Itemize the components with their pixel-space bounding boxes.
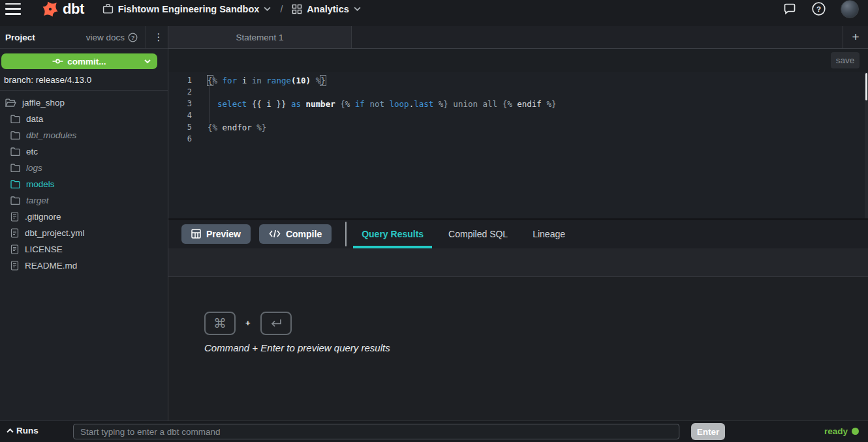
code-line-3: 3 select {{ i }} as number {% if not loo… [168, 98, 868, 110]
dbt-command-input[interactable] [73, 424, 679, 439]
results-tab-compiled-sql[interactable]: Compiled SQL [436, 220, 520, 248]
editor-tab-bar: Statement 1 + [168, 26, 868, 49]
table-icon [191, 229, 201, 239]
view-docs-link[interactable]: view docs ? [86, 33, 138, 42]
folder-open-icon [5, 98, 16, 108]
file-icon [10, 244, 19, 254]
file-tree-item-gitignore[interactable]: .gitignore [0, 209, 168, 225]
file-tree-item-models[interactable]: models [0, 176, 168, 192]
folder-icon [10, 131, 20, 140]
dbt-logo[interactable]: dbt [40, 0, 84, 19]
file-name: LICENSE [25, 244, 63, 254]
commit-button-label: commit... [67, 57, 106, 66]
file-tree-item-license[interactable]: LICENSE [0, 241, 168, 258]
new-tab-button[interactable]: + [843, 26, 868, 48]
sidebar-title: Project [5, 33, 35, 42]
query-results-empty-state: ⌘ + Command + Enter to preview query res… [168, 277, 868, 421]
branch-label: branch: release/4.13.0 [0, 69, 168, 91]
file-name: models [26, 179, 55, 189]
main-panel: Statement 1 + save 1{% for i in range(10… [168, 26, 868, 420]
code-line-4: 4 [168, 110, 868, 121]
file-tree-item-logs[interactable]: logs [0, 160, 168, 176]
code-icon [269, 229, 281, 238]
file-name: jaffle_shop [22, 98, 65, 108]
hamburger-menu-icon[interactable] [5, 3, 21, 15]
code-line-6: 6 [168, 133, 868, 145]
preview-button[interactable]: Preview [181, 224, 251, 244]
save-button[interactable]: save [831, 52, 860, 68]
dbt-logo-mark-icon [40, 0, 60, 19]
code-editor[interactable]: 1{% for i in range(10) %}23 select {{ i … [168, 72, 868, 218]
chevron-down-icon[interactable] [144, 59, 151, 63]
sidebar-header: Project view docs ? ⋮ [0, 26, 168, 49]
status-dot-icon [852, 428, 859, 435]
empty-state-hint: Command + Enter to preview query results [204, 342, 390, 353]
file-tree: jaffle_shop data dbt_modules etc logs mo… [0, 95, 168, 274]
tab-statement-1[interactable]: Statement 1 [168, 26, 352, 48]
results-tab-list: Query ResultsCompiled SQLLineage [349, 220, 578, 248]
file-icon [10, 228, 19, 238]
file-explorer-sidebar: Project view docs ? ⋮ [0, 26, 168, 420]
dbt-logo-text: dbt [63, 1, 84, 18]
commit-button[interactable]: commit... [1, 53, 157, 69]
chevron-up-icon [7, 428, 14, 433]
line-number: 4 [168, 111, 192, 120]
project-switcher[interactable]: Fishtown Engineering Sandbox [102, 3, 271, 14]
file-tree-item-dbt-modules[interactable]: dbt_modules [0, 127, 168, 143]
runs-label: Runs [16, 426, 39, 435]
file-name: .gitignore [25, 212, 61, 222]
command-bar: Runs Enter ready [0, 420, 868, 442]
editor-action-strip: save [168, 49, 868, 72]
file-tree-item-etc[interactable]: etc [0, 143, 168, 160]
code-line-5: 5{% endfor %} [168, 121, 868, 133]
enter-button[interactable]: Enter [691, 423, 725, 440]
chevron-down-icon [354, 7, 361, 11]
account-switcher-label: Analytics [307, 4, 349, 14]
file-tree-item-dbt-project-yml[interactable]: dbt_project.yml [0, 225, 168, 241]
file-tree-item-jaffle-shop[interactable]: jaffle_shop [0, 95, 168, 111]
enter-keycap-icon [260, 312, 292, 335]
help-icon[interactable]: ? [811, 1, 826, 16]
editor-scrollbar-track [865, 72, 868, 218]
line-number: 6 [168, 134, 192, 143]
command-keycap-icon: ⌘ [204, 312, 236, 335]
file-icon [10, 212, 19, 222]
workspace: Project view docs ? ⋮ [0, 26, 868, 420]
file-name: etc [26, 147, 38, 156]
line-number: 3 [168, 99, 192, 108]
git-commit-icon [52, 58, 63, 65]
sidebar-menu-kebab-icon[interactable]: ⋮ [152, 31, 168, 43]
folder-icon [10, 196, 20, 205]
folder-icon [10, 115, 20, 123]
status-text: ready [824, 426, 848, 436]
line-number: 1 [168, 76, 192, 85]
compile-button[interactable]: Compile [259, 224, 332, 244]
code-line-2: 2 [168, 86, 868, 98]
runs-drawer-toggle[interactable]: Runs [7, 426, 39, 435]
results-tab-query-results[interactable]: Query Results [349, 220, 436, 248]
folder-icon [10, 180, 20, 188]
chevron-down-icon [264, 7, 271, 11]
file-tree-item-readme-md[interactable]: README.md [0, 258, 168, 274]
editor-scrollbar[interactable] [865, 73, 867, 100]
results-tab-lineage[interactable]: Lineage [520, 220, 578, 248]
indent-guide [209, 85, 209, 123]
project-switcher-label: Fishtown Engineering Sandbox [118, 4, 260, 14]
svg-text:?: ? [131, 34, 134, 40]
svg-text:?: ? [816, 5, 821, 13]
results-header-strip [168, 248, 868, 277]
plus-icon: + [852, 30, 859, 44]
file-name: target [26, 196, 49, 205]
file-tree-item-data[interactable]: data [0, 111, 168, 127]
file-name: logs [26, 163, 42, 173]
account-switcher[interactable]: Analytics [292, 4, 360, 14]
status-indicator: ready [824, 426, 859, 436]
file-name: dbt_modules [26, 130, 76, 140]
file-name: data [26, 114, 43, 124]
file-tree-item-target[interactable]: target [0, 192, 168, 209]
line-number: 5 [168, 123, 192, 132]
briefcase-icon [102, 3, 114, 14]
chat-icon[interactable] [783, 2, 797, 16]
user-avatar[interactable] [841, 0, 859, 18]
breadcrumb-separator: / [280, 4, 283, 14]
